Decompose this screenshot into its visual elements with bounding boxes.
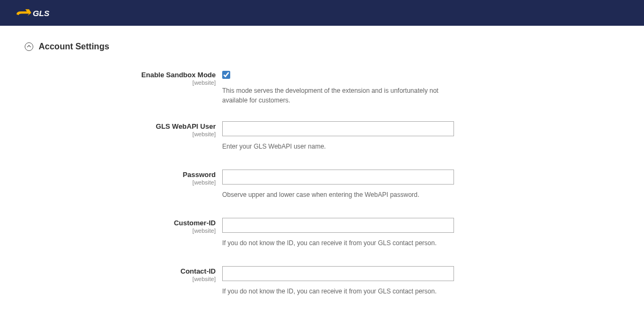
password-label: Password [25,171,216,179]
webapi-user-help: Enter your GLS WebAPI user name. [222,142,448,151]
section-title: Account Settings [39,42,109,52]
svg-text:GLS: GLS [33,9,49,18]
sandbox-help: This mode serves the development of the … [222,86,448,105]
sandbox-checkbox[interactable] [222,71,230,79]
label-col-customer-id: Customer-ID [website] [25,218,222,248]
gls-logo: GLS [15,7,60,19]
contact-id-scope: [website] [25,276,216,282]
webapi-user-label: GLS WebAPI User [25,122,216,130]
settings-content: Account Settings Enable Sandbox Mode [we… [0,26,644,309]
sandbox-scope: [website] [25,79,216,86]
input-col-customer-id: If you do not know the ID, you can recei… [222,218,454,248]
row-password: Password [website] Observe upper and low… [25,170,625,200]
collapse-icon [25,42,33,51]
customer-id-label: Customer-ID [25,219,216,227]
webapi-user-scope: [website] [25,131,216,137]
input-col-sandbox: This mode serves the development of the … [222,70,454,105]
label-col-webapi-user: GLS WebAPI User [website] [25,121,222,151]
password-scope: [website] [25,179,216,186]
input-col-contact-id: If you do not know the ID, you can recei… [222,266,454,296]
row-customer-id: Customer-ID [website] If you do not know… [25,218,625,248]
customer-id-input[interactable] [222,218,454,233]
webapi-user-input[interactable] [222,121,454,136]
password-help: Observe upper and lower case when enteri… [222,190,448,200]
row-webapi-user: GLS WebAPI User [website] Enter your GLS… [25,121,625,151]
contact-id-label: Contact-ID [25,267,216,275]
input-col-password: Observe upper and lower case when enteri… [222,170,454,200]
label-col-contact-id: Contact-ID [website] [25,266,222,296]
customer-id-scope: [website] [25,227,216,234]
label-col-sandbox: Enable Sandbox Mode [website] [25,70,222,105]
gls-logo-icon: GLS [15,7,60,19]
row-contact-id: Contact-ID [website] If you do not know … [25,266,625,296]
section-header[interactable]: Account Settings [25,42,625,52]
input-col-webapi-user: Enter your GLS WebAPI user name. [222,121,454,151]
customer-id-help: If you do not know the ID, you can recei… [222,238,448,248]
top-bar: GLS [0,0,644,26]
password-input[interactable] [222,170,454,185]
contact-id-help: If you do not know the ID, you can recei… [222,286,448,296]
sandbox-label: Enable Sandbox Mode [25,71,216,79]
row-sandbox: Enable Sandbox Mode [website] This mode … [25,70,625,105]
label-col-password: Password [website] [25,170,222,200]
contact-id-input[interactable] [222,266,454,281]
